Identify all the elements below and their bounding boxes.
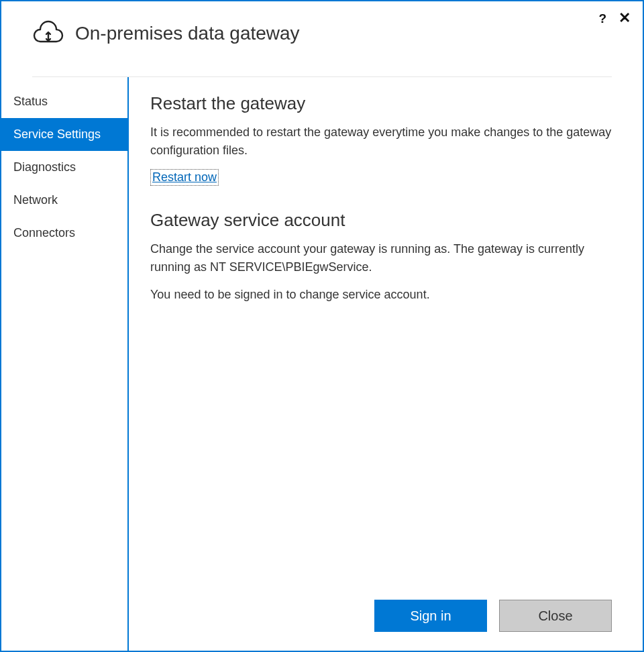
footer: Sign in Close bbox=[129, 588, 643, 651]
help-icon[interactable]: ? bbox=[598, 12, 606, 25]
sidebar-item-connectors[interactable]: Connectors bbox=[1, 217, 127, 250]
close-button[interactable]: Close bbox=[499, 600, 612, 632]
sidebar-item-label: Network bbox=[13, 193, 58, 207]
sidebar: Status Service Settings Diagnostics Netw… bbox=[1, 77, 129, 651]
sidebar-item-label: Diagnostics bbox=[13, 160, 76, 174]
account-description: Change the service account your gateway … bbox=[150, 240, 612, 276]
sign-in-button[interactable]: Sign in bbox=[374, 600, 487, 632]
account-heading: Gateway service account bbox=[150, 210, 612, 231]
window-controls: ? ✕ bbox=[598, 11, 631, 25]
titlebar: On-premises data gateway ? ✕ bbox=[1, 1, 643, 60]
account-signin-note: You need to be signed in to change servi… bbox=[150, 286, 612, 304]
sidebar-item-label: Status bbox=[13, 95, 48, 108]
main-row: Status Service Settings Diagnostics Netw… bbox=[1, 77, 643, 651]
cloud-gateway-icon bbox=[32, 17, 64, 50]
sidebar-item-diagnostics[interactable]: Diagnostics bbox=[1, 151, 127, 184]
close-icon[interactable]: ✕ bbox=[619, 11, 631, 25]
sidebar-item-network[interactable]: Network bbox=[1, 184, 127, 217]
content: Restart the gateway It is recommended to… bbox=[129, 77, 643, 588]
sidebar-item-label: Connectors bbox=[13, 226, 75, 239]
gateway-config-window: On-premises data gateway ? ✕ Status Serv… bbox=[0, 0, 644, 652]
content-area: Restart the gateway It is recommended to… bbox=[129, 77, 643, 651]
restart-description: It is recommended to restart the gateway… bbox=[150, 123, 612, 160]
sidebar-item-label: Service Settings bbox=[13, 127, 101, 141]
restart-now-link[interactable]: Restart now bbox=[150, 169, 219, 186]
restart-heading: Restart the gateway bbox=[150, 93, 612, 114]
sidebar-item-status[interactable]: Status bbox=[1, 85, 127, 118]
sidebar-item-service-settings[interactable]: Service Settings bbox=[1, 118, 127, 151]
app-title: On-premises data gateway bbox=[75, 23, 300, 44]
